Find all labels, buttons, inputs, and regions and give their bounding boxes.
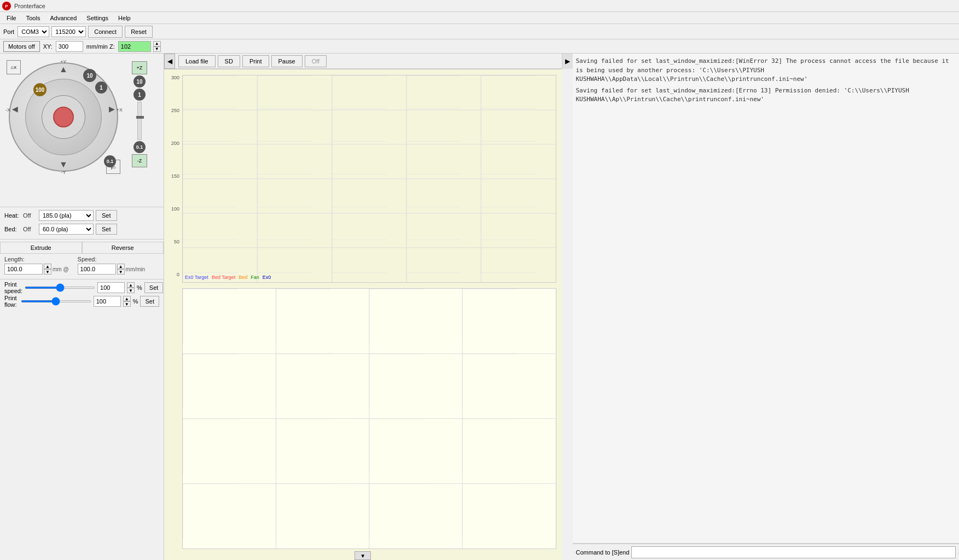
legend-bed-target: Bed Target — [212, 275, 235, 280]
y-label-50: 50 — [174, 239, 179, 244]
y-plus-label: +Y — [59, 59, 68, 65]
sd-button[interactable]: SD — [218, 55, 240, 67]
length-group: Length: ▲ ▼ mm @ — [4, 256, 69, 275]
xy-input[interactable] — [56, 41, 83, 52]
y-label-250: 250 — [171, 108, 179, 113]
print-flow-down[interactable]: ▼ — [123, 301, 131, 307]
speed-unit: mm/min — [126, 266, 146, 272]
z-1-badge[interactable]: 1 — [133, 89, 146, 101]
right-nav-arrow[interactable]: ▶ — [562, 54, 573, 69]
toolbar: Port COM3 COM1 COM2 115200 250000 9600 C… — [0, 24, 959, 39]
y-minus-label: -Y — [59, 170, 68, 175]
legend-ex0: Ex0 — [263, 275, 271, 280]
print-speed-label: Print speed: — [4, 281, 22, 294]
z-01-badge[interactable]: 0.1 — [133, 141, 146, 153]
length-input[interactable] — [4, 264, 43, 275]
menu-settings[interactable]: Settings — [82, 14, 113, 22]
menu-advanced[interactable]: Advanced — [45, 14, 81, 22]
extrude-area: Extrude Reverse Length: ▲ ▼ mm @ — [0, 239, 164, 279]
pause-button[interactable]: Pause — [271, 55, 303, 67]
bed-select[interactable]: 60.0 (pla) 100.0 (abs) — [39, 224, 94, 235]
legend-ex0-target: Ex0 Target — [185, 275, 208, 280]
baud-select[interactable]: 115200 250000 9600 — [51, 26, 86, 37]
speed-up[interactable]: ▲ — [117, 264, 125, 269]
z-input[interactable] — [118, 41, 151, 52]
command-area: Command to [S]end — [573, 544, 960, 560]
print-speed-input[interactable] — [97, 282, 125, 293]
print-flow-input[interactable] — [94, 296, 121, 307]
speed-down[interactable]: ▼ — [117, 269, 125, 275]
z-minus-button[interactable]: -Z — [132, 154, 147, 167]
z-spinner: ▲ ▼ — [153, 41, 161, 52]
home-xy-button[interactable]: ⌂X — [7, 60, 21, 74]
reverse-button[interactable]: Reverse — [82, 242, 164, 254]
menu-file[interactable]: File — [2, 14, 21, 22]
print-flow-up[interactable]: ▲ — [123, 296, 131, 301]
port-label: Port — [3, 28, 14, 35]
x-plus-label: +X — [117, 107, 123, 113]
left-panel: ⌂X +Y ▲ — [0, 54, 164, 560]
speed-percent: % — [137, 284, 142, 291]
svg-text:P: P — [5, 4, 8, 9]
off-button[interactable]: Off — [305, 55, 327, 67]
z-up-spinner[interactable]: ▲ — [153, 41, 161, 46]
command-input[interactable] — [631, 546, 956, 558]
title-bar: P Pronterface — [0, 0, 959, 12]
length-down[interactable]: ▼ — [44, 269, 51, 275]
flow-percent: % — [133, 298, 138, 305]
dist-1-badge[interactable]: 1 — [95, 81, 107, 94]
connect-button[interactable]: Connect — [88, 26, 123, 38]
heat-status: Off — [23, 212, 37, 219]
bed-row: Bed: Off 60.0 (pla) 100.0 (abs) Set — [4, 223, 159, 235]
print-speed-set-button[interactable]: Set — [144, 282, 164, 293]
menu-tools[interactable]: Tools — [22, 14, 45, 22]
extrude-btns: Extrude Reverse — [0, 242, 164, 254]
menu-help[interactable]: Help — [114, 14, 135, 22]
legend-bed: Bed — [239, 275, 247, 280]
center-panel: ◀ Load file SD Print Pause Off 300 250 2… — [164, 54, 562, 560]
load-file-button[interactable]: Load file — [178, 55, 216, 67]
dist-100-badge[interactable]: 100 — [33, 83, 47, 96]
extrude-button[interactable]: Extrude — [0, 242, 82, 254]
menu-bar: File Tools Advanced Settings Help — [0, 12, 959, 24]
z-down-spinner[interactable]: ▼ — [153, 46, 161, 52]
print-speed-down[interactable]: ▼ — [127, 288, 135, 293]
dist-01-badge[interactable]: 0.1 — [104, 155, 116, 167]
bed-set-button[interactable]: Set — [96, 224, 117, 235]
print-flow-slider[interactable] — [21, 300, 91, 302]
motors-off-button[interactable]: Motors off — [3, 41, 40, 52]
y-label-100: 100 — [171, 206, 179, 212]
nav-left-button[interactable]: ◀ — [164, 54, 175, 69]
heat-set-button[interactable]: Set — [96, 210, 117, 221]
nav-bottom-button[interactable]: ▼ — [354, 551, 371, 560]
app-icon: P — [2, 2, 11, 10]
print-speed-slider[interactable] — [25, 287, 95, 289]
speed-row: ▲ ▼ mm/min — [78, 264, 146, 275]
log-area: Saving failed for set last_window_maximi… — [573, 54, 960, 544]
length-label: Length: — [4, 256, 69, 262]
speed-group: Speed: ▲ ▼ mm/min — [78, 256, 146, 275]
length-spinner: ▲ ▼ — [44, 264, 51, 275]
mmmin-label: mm/min Z: — [86, 43, 115, 50]
print-speed-up[interactable]: ▲ — [127, 282, 135, 288]
y-label-0: 0 — [177, 272, 179, 277]
print-bed-grid — [182, 288, 556, 549]
print-flow-set-button[interactable]: Set — [140, 296, 159, 307]
right-content: Saving failed for set last_window_maximi… — [573, 54, 960, 560]
z-10-badge[interactable]: 10 — [133, 75, 146, 88]
reset-button[interactable]: Reset — [125, 26, 153, 38]
legend-fan: Fan — [251, 275, 259, 280]
heat-select[interactable]: 185.0 (pla) 200.0 (abs) — [39, 210, 94, 221]
length-up[interactable]: ▲ — [44, 264, 51, 269]
z-plus-button[interactable]: +Z — [132, 61, 147, 74]
jog-center-button[interactable] — [53, 107, 74, 127]
bed-status: Off — [23, 226, 37, 232]
speed-input[interactable] — [78, 264, 116, 275]
print-button[interactable]: Print — [242, 55, 269, 67]
extrude-fields: Length: ▲ ▼ mm @ Speed: — [0, 254, 164, 277]
app-title: Pronterface — [14, 3, 45, 9]
bed-label: Bed: — [4, 226, 21, 232]
dist-10-badge[interactable]: 10 — [83, 69, 96, 82]
port-select[interactable]: COM3 COM1 COM2 — [18, 26, 49, 37]
canvas-area: 300 250 200 150 100 50 0 — [164, 69, 562, 560]
